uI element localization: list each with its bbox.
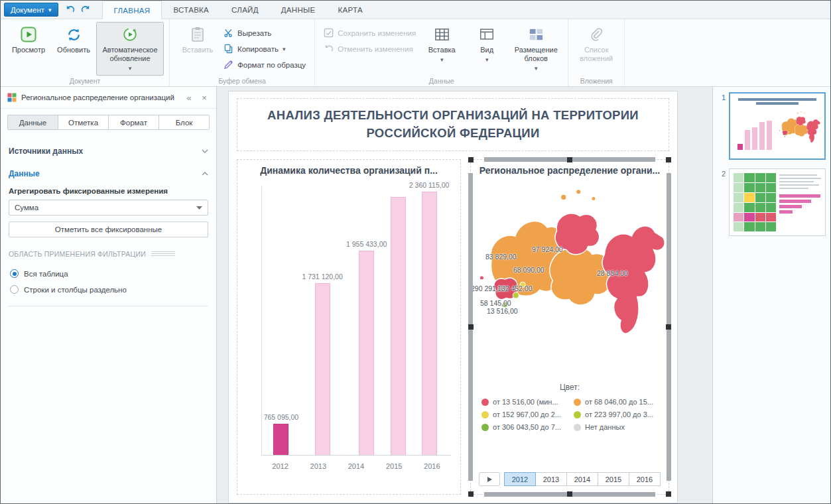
stripe-grip-decoration — [151, 251, 175, 257]
aggregate-label: Агрегировать фиксированные измерения — [9, 187, 208, 195]
block-layout-label: Размещение блоков — [511, 46, 560, 63]
map-block-selected[interactable]: Региональное распределение органи... 83 … — [470, 159, 669, 495]
bar-column: 1 955 433,00 — [346, 240, 387, 455]
preview-button[interactable]: Просмотр — [6, 22, 51, 60]
legend-label: от 13 516,00 (мин... — [493, 398, 558, 406]
view-label: Вид — [480, 46, 493, 54]
panel-tab-label: Отметка — [68, 119, 98, 127]
panel-tab-dannye[interactable]: Данные — [7, 115, 58, 130]
radio-button-unchecked[interactable] — [10, 285, 19, 294]
view-layout-icon — [479, 25, 495, 44]
panel-tab-format[interactable]: Формат — [109, 115, 159, 130]
panel-tab-label: Блок — [176, 119, 193, 127]
resize-handle[interactable] — [666, 324, 671, 330]
bar[interactable] — [359, 251, 374, 455]
save-check-icon — [324, 28, 334, 38]
tab-vstavka[interactable]: ВСТАВКА — [162, 1, 220, 19]
slide-thumbnail-2[interactable] — [729, 168, 826, 236]
slide-title-block[interactable]: АНАЛИЗ ДЕЯТЕЛЬНОСТИ ОРГАНИЗАЦИЙ НА ТЕРРИ… — [237, 98, 669, 151]
year-bar: 20122013201420152016 — [479, 472, 661, 486]
resize-handle[interactable] — [468, 491, 474, 497]
radio-button-checked[interactable] — [10, 269, 19, 278]
year-button-2015[interactable]: 2015 — [598, 472, 629, 486]
resize-handle[interactable] — [567, 157, 572, 162]
tab-dannye[interactable]: ДАННЫЕ — [270, 1, 327, 19]
year-button-2014[interactable]: 2014 — [566, 472, 598, 486]
legend-label: Нет данных — [585, 423, 625, 431]
thumbnail-number: 2 — [717, 168, 726, 236]
legend-item: от 306 043,50 до 7... — [481, 423, 571, 431]
year-button-2012[interactable]: 2012 — [504, 472, 536, 486]
slide[interactable]: АНАЛИЗ ДЕЯТЕЛЬНОСТИ ОРГАНИЗАЦИЙ НА ТЕРРИ… — [228, 91, 678, 503]
tab-karta[interactable]: КАРТА — [327, 1, 374, 19]
paste-button[interactable]: Вставить — [175, 22, 220, 60]
map-data-label: 68 090,00 — [513, 266, 544, 274]
cut-button[interactable]: Вырезать — [220, 27, 309, 39]
attachments-button[interactable]: Список вложений — [574, 22, 619, 66]
legend-item: от 223 997,00 до 3... — [574, 410, 663, 418]
undo-button[interactable] — [62, 1, 78, 19]
main-area: Региональное распределение организаций «… — [1, 87, 830, 503]
close-panel-icon[interactable]: × — [199, 93, 210, 103]
slide-thumbnail-1[interactable] — [729, 92, 826, 160]
bar[interactable] — [315, 283, 330, 455]
panel-tab-otmetka[interactable]: Отметка — [58, 115, 109, 130]
map-area[interactable]: 83 829,0097 924,0068 090,0028 854,00290 … — [471, 177, 669, 373]
radio-rows-columns[interactable]: Строки и столбцы раздельно — [10, 285, 207, 294]
resize-handle[interactable] — [468, 324, 474, 330]
refresh-button[interactable]: Обновить — [51, 22, 96, 60]
resize-handle[interactable] — [666, 157, 671, 162]
auto-refresh-button[interactable]: Автоматическое обновление ▾ — [96, 22, 164, 76]
bar-category-label: 2013 — [303, 462, 334, 470]
section-data-sources[interactable]: Источники данных — [1, 139, 216, 162]
panel-tab-blok[interactable]: Блок — [159, 115, 210, 130]
legend-color-dot — [481, 399, 489, 406]
document-menu-button[interactable]: Документ ▾ — [4, 3, 58, 17]
preview-label: Просмотр — [12, 46, 45, 54]
editor-canvas[interactable]: АНАЛИЗ ДЕЯТЕЛЬНОСТИ ОРГАНИЗАЦИЙ НА ТЕРРИ… — [217, 87, 712, 503]
cancel-changes-button[interactable]: Отменить изменения — [320, 42, 419, 55]
view-button[interactable]: Вид ▾ — [464, 22, 509, 67]
legend-color-dot — [481, 424, 489, 431]
chevron-down-icon: ▾ — [440, 56, 444, 64]
resize-handle[interactable] — [666, 491, 671, 497]
thumbnail-row: 1 — [717, 92, 826, 160]
undo-icon — [65, 5, 75, 15]
paperclip-icon — [588, 25, 604, 44]
year-button-2013[interactable]: 2013 — [535, 472, 567, 486]
copy-button[interactable]: Копировать ▾ — [220, 42, 309, 55]
format-painter-button[interactable]: Формат по образцу — [220, 58, 309, 71]
section-data[interactable]: Данные — [1, 162, 216, 184]
resize-handle[interactable] — [567, 491, 572, 497]
thumb-title-line — [738, 98, 816, 101]
play-button[interactable] — [479, 472, 500, 486]
year-button-2016[interactable]: 2016 — [629, 472, 661, 486]
aggregate-select[interactable]: Сумма — [9, 200, 208, 216]
bar[interactable] — [273, 424, 288, 455]
insert-button[interactable]: Вставка ▾ — [419, 22, 464, 67]
tab-glavnaya[interactable]: ГЛАВНАЯ — [102, 1, 162, 19]
tab-slaid[interactable]: СЛАЙД — [220, 1, 270, 19]
legend-label: от 306 043,50 до 7... — [493, 423, 561, 431]
radio-whole-table[interactable]: Вся таблица — [10, 269, 207, 278]
block-layout-button[interactable]: Размещение блоков ▾ — [509, 22, 562, 76]
thumb-mini-text — [779, 173, 821, 231]
aggregate-select-value: Сумма — [15, 204, 38, 212]
radio-rows-columns-label: Строки и столбцы раздельно — [24, 286, 127, 294]
resize-handle[interactable] — [468, 157, 474, 162]
bar-column: 2 360 115,00 — [409, 181, 450, 455]
ribbon-group-clipboard: Вставить Вырезать Копировать ▾ Формат по… — [170, 19, 315, 86]
save-changes-button[interactable]: Сохранить изменения — [320, 27, 419, 39]
mark-all-fixed-label: Отметить все фиксированные — [55, 225, 162, 233]
collapse-panel-icon[interactable]: « — [184, 93, 194, 103]
thumb-body — [734, 173, 821, 231]
undo-changes-icon — [324, 44, 334, 54]
redo-button[interactable] — [78, 1, 94, 19]
bar-chart-block[interactable]: Динамика количества организаций п... 765… — [237, 159, 461, 495]
year-selector: 20122013201420152016 — [505, 472, 661, 486]
mark-all-fixed-button[interactable]: Отметить все фиксированные — [9, 221, 208, 237]
bar[interactable] — [391, 197, 406, 455]
bar[interactable] — [422, 192, 437, 455]
tab-label: ДАННЫЕ — [281, 6, 316, 14]
document-menu-label: Документ — [11, 6, 44, 14]
